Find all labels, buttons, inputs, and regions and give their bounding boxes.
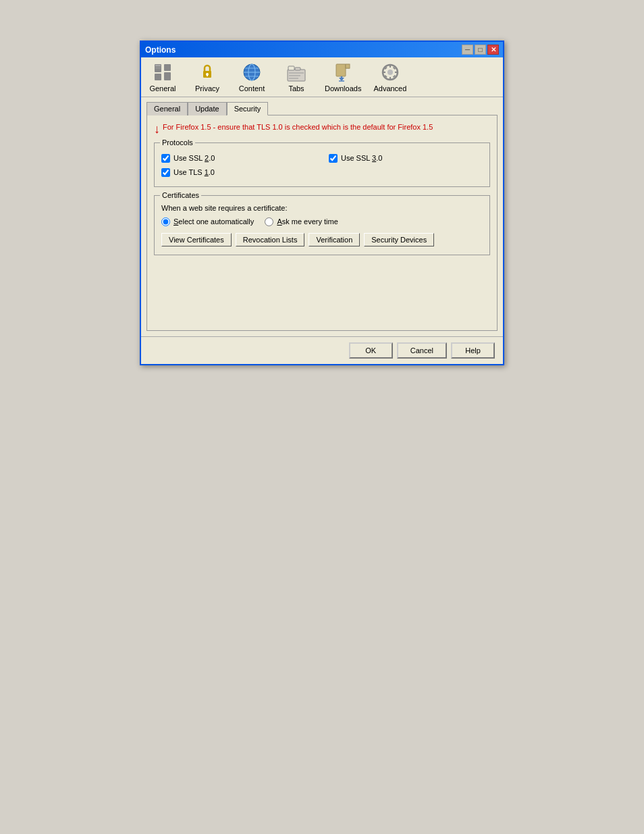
svg-rect-3 xyxy=(164,72,171,80)
certs-buttons: View Certificates Revocation Lists Verif… xyxy=(161,233,483,246)
tab-general[interactable]: General xyxy=(146,102,188,115)
toolbar-item-advanced[interactable]: Advanced xyxy=(373,61,406,93)
protocols-group: Protocols Use SSL 2.0 Use SSL 3.0 Use TL… xyxy=(154,142,490,187)
minimize-button[interactable]: ─ xyxy=(462,45,473,55)
toolbar-item-content[interactable]: Content xyxy=(236,61,268,93)
radio-ask[interactable] xyxy=(265,217,273,226)
general-icon xyxy=(152,61,173,83)
radio-auto-label: Select one automatically xyxy=(173,217,254,226)
privacy-label: Privacy xyxy=(195,84,219,93)
title-bar: Options ─ □ ✕ xyxy=(141,42,503,57)
tabs-icon xyxy=(286,61,307,83)
ssl3-row: Use SSL 3.0 xyxy=(329,154,483,163)
ssl2-label: Use SSL 2.0 xyxy=(173,154,215,162)
certs-description: When a web site requires a certificate: xyxy=(161,204,483,212)
toolbar-item-general[interactable]: General xyxy=(146,61,179,93)
svg-rect-21 xyxy=(336,64,346,76)
warning-text-content: For Firefox 1.5 - ensure that TLS 1.0 is… xyxy=(163,122,433,132)
ssl2-row: Use SSL 2.0 xyxy=(161,154,315,163)
tls1-checkbox[interactable] xyxy=(161,168,170,177)
revocation-lists-button[interactable]: Revocation Lists xyxy=(236,233,305,246)
advanced-label: Advanced xyxy=(373,84,406,93)
svg-rect-33 xyxy=(395,72,398,73)
radio-row: Select one automatically Ask me every ti… xyxy=(161,217,483,226)
svg-rect-9 xyxy=(207,74,208,76)
svg-rect-23 xyxy=(346,64,350,68)
certificates-label: Certificates xyxy=(160,191,201,199)
verification-button[interactable]: Verification xyxy=(308,233,360,246)
tabs-label: Tabs xyxy=(288,84,304,93)
security-devices-button[interactable]: Security Devices xyxy=(364,233,434,246)
ok-button[interactable]: OK xyxy=(349,342,393,359)
ssl2-checkbox[interactable] xyxy=(161,154,170,163)
title-bar-title: Options xyxy=(145,45,176,55)
warning-arrow: ↓ xyxy=(154,122,160,137)
toolbar-item-tabs[interactable]: Tabs xyxy=(280,61,313,93)
close-button[interactable]: ✕ xyxy=(487,45,499,55)
svg-rect-1 xyxy=(155,74,161,80)
svg-rect-5 xyxy=(155,67,161,68)
toolbar: General Privacy xyxy=(141,57,503,97)
content-label: Content xyxy=(239,84,265,93)
certificates-group: Certificates When a web site requires a … xyxy=(154,195,490,255)
general-label: General xyxy=(149,84,176,93)
radio-ask-label: Ask me every time xyxy=(277,217,338,226)
toolbar-item-privacy[interactable]: Privacy xyxy=(191,61,223,93)
checkboxes-grid: Use SSL 2.0 Use SSL 3.0 Use TLS 1.0 xyxy=(161,149,483,180)
view-certificates-button[interactable]: View Certificates xyxy=(161,233,232,246)
tab-security[interactable]: Security xyxy=(227,102,269,115)
toolbar-item-downloads[interactable]: Downloads xyxy=(325,61,361,93)
svg-rect-32 xyxy=(383,72,385,73)
svg-rect-2 xyxy=(164,64,171,71)
svg-rect-17 xyxy=(295,68,300,70)
help-button[interactable]: Help xyxy=(451,342,495,359)
tls1-label: Use TLS 1.0 xyxy=(173,168,215,176)
window-title: Options xyxy=(145,45,176,55)
svg-rect-31 xyxy=(390,77,391,80)
svg-rect-16 xyxy=(288,66,294,70)
svg-point-29 xyxy=(387,70,393,75)
maximize-button[interactable]: □ xyxy=(475,45,486,55)
tls1-row: Use TLS 1.0 xyxy=(161,168,315,177)
cancel-button[interactable]: Cancel xyxy=(397,342,447,359)
privacy-icon xyxy=(196,61,218,83)
title-bar-buttons: ─ □ ✕ xyxy=(462,45,499,55)
ssl3-label: Use SSL 3.0 xyxy=(341,154,382,162)
bottom-bar: OK Cancel Help xyxy=(141,336,503,364)
content-icon xyxy=(241,61,263,83)
downloads-label: Downloads xyxy=(325,84,361,93)
radio-auto[interactable] xyxy=(161,217,170,226)
tab-content-security: ↓ For Firefox 1.5 - ensure that TLS 1.0 … xyxy=(146,115,498,331)
svg-rect-6 xyxy=(155,68,161,69)
options-window: Options ─ □ ✕ General xyxy=(140,41,504,365)
warning-message: ↓ For Firefox 1.5 - ensure that TLS 1.0 … xyxy=(154,122,490,137)
tab-bar: General Update Security xyxy=(141,97,503,115)
downloads-icon xyxy=(332,61,354,83)
ssl3-checkbox[interactable] xyxy=(329,154,338,163)
svg-rect-4 xyxy=(155,65,161,66)
svg-rect-30 xyxy=(390,65,391,68)
advanced-icon xyxy=(379,61,401,83)
tab-update[interactable]: Update xyxy=(188,102,226,115)
protocols-label: Protocols xyxy=(160,138,195,147)
